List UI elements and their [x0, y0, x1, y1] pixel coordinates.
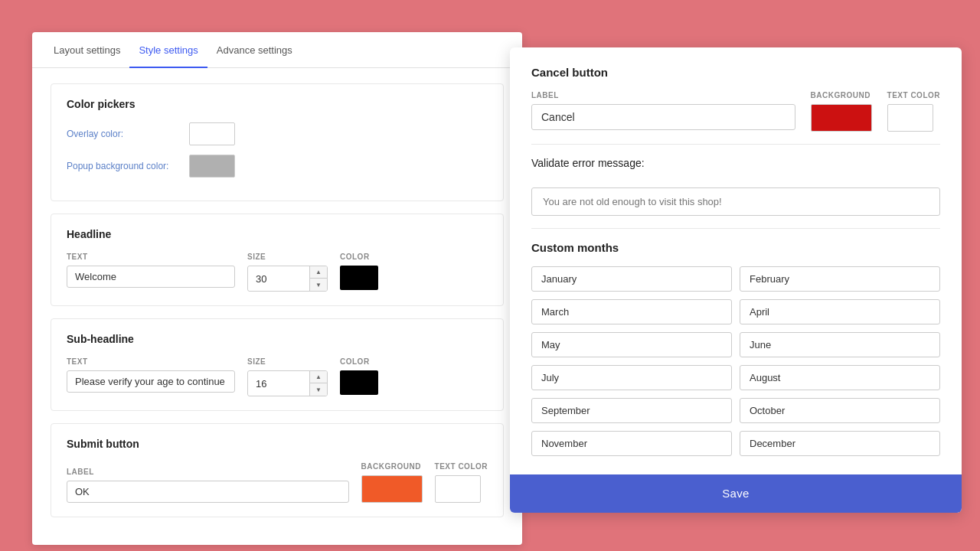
left-panel: Layout settings Style settings Advance s…: [32, 32, 522, 545]
headline-size-wrapper: ▲ ▼: [247, 266, 328, 292]
submit-button-fields: LABEL BACKGROUND TEXT COLOR: [67, 462, 488, 503]
subheadline-text-label: TEXT: [67, 357, 235, 366]
cancel-label-input[interactable]: [531, 104, 795, 130]
headline-title: Headline: [67, 228, 488, 240]
cancel-bg-col: BACKGROUND: [811, 91, 872, 132]
cancel-text-color-swatch[interactable]: [887, 104, 933, 132]
subheadline-color-swatch[interactable]: [340, 370, 378, 395]
popup-bg-label: Popup background color:: [67, 161, 189, 171]
cancel-section-title: Cancel button: [531, 66, 940, 79]
right-panel-content: Cancel button LABEL BACKGROUND TEXT COLO…: [510, 47, 962, 474]
headline-color-label: COLOR: [340, 253, 378, 261]
submit-text-color-swatch[interactable]: [435, 475, 481, 503]
validate-input[interactable]: [531, 187, 940, 216]
month-input-august[interactable]: [740, 365, 940, 390]
subheadline-fields: TEXT SIZE ▲ ▼ COLOR: [67, 357, 488, 396]
submit-button-section: Submit button LABEL BACKGROUND TEXT COLO…: [51, 423, 504, 517]
subheadline-section: Sub-headline TEXT SIZE ▲ ▼: [51, 318, 504, 411]
headline-text-label: TEXT: [67, 253, 235, 261]
cancel-text-color-col: TEXT COLOR: [887, 91, 940, 132]
cancel-label-col-label: LABEL: [531, 91, 795, 99]
month-input-october[interactable]: [740, 398, 940, 423]
color-pickers-title: Color pickers: [67, 98, 488, 110]
subheadline-size-col: SIZE ▲ ▼: [247, 357, 328, 396]
month-input-december[interactable]: [740, 431, 940, 456]
headline-text-col: TEXT: [67, 253, 235, 288]
subheadline-title: Sub-headline: [67, 333, 488, 345]
headline-size-col: SIZE ▲ ▼: [247, 253, 328, 292]
headline-size-label: SIZE: [247, 253, 328, 261]
cancel-bg-swatch[interactable]: [811, 104, 872, 132]
submit-text-color-label: TEXT COLOR: [435, 462, 488, 471]
color-pickers-section: Color pickers Overlay color: Popup backg…: [51, 83, 504, 201]
month-input-march[interactable]: [531, 299, 732, 324]
cancel-bg-col-label: BACKGROUND: [811, 91, 872, 99]
validate-label: Validate error message:: [531, 157, 940, 169]
submit-button-title: Submit button: [67, 438, 488, 450]
right-panel: Cancel button LABEL BACKGROUND TEXT COLO…: [510, 47, 962, 513]
headline-size-input[interactable]: [248, 266, 309, 291]
headline-fields: TEXT SIZE ▲ ▼ COLOR: [67, 253, 488, 292]
custom-months-title: Custom months: [531, 241, 940, 254]
month-input-january[interactable]: [531, 266, 732, 292]
cancel-button-section: Cancel button LABEL BACKGROUND TEXT COLO…: [531, 66, 940, 132]
tab-style[interactable]: Style settings: [129, 32, 207, 68]
month-input-september[interactable]: [531, 398, 732, 423]
months-grid: [531, 266, 940, 456]
headline-color-col: COLOR: [340, 253, 378, 290]
subheadline-size-wrapper: ▲ ▼: [247, 370, 328, 396]
divider-2: [531, 228, 940, 229]
tabs-bar: Layout settings Style settings Advance s…: [32, 32, 522, 68]
overlay-color-row: Overlay color:: [67, 122, 488, 145]
headline-section: Headline TEXT SIZE ▲ ▼: [51, 214, 504, 306]
month-input-april[interactable]: [740, 299, 940, 324]
overlay-label: Overlay color:: [67, 129, 189, 139]
headline-size-up[interactable]: ▲: [310, 266, 327, 279]
submit-text-color-col: TEXT COLOR: [435, 462, 488, 503]
submit-label-col-label: LABEL: [67, 468, 349, 476]
cancel-label-col: LABEL: [531, 91, 795, 130]
subheadline-color-label: COLOR: [340, 357, 378, 366]
submit-bg-col: BACKGROUND: [361, 462, 423, 503]
month-input-may[interactable]: [531, 332, 732, 357]
subheadline-size-up[interactable]: ▲: [310, 371, 327, 383]
save-button[interactable]: Save: [522, 487, 949, 500]
subheadline-spin-buttons: ▲ ▼: [309, 371, 327, 396]
cancel-text-color-label: TEXT COLOR: [887, 91, 940, 99]
submit-label-col: LABEL: [67, 468, 349, 503]
submit-label-input[interactable]: [67, 481, 349, 503]
custom-months-section: Custom months: [531, 241, 940, 456]
month-input-june[interactable]: [740, 332, 940, 357]
popup-bg-color-swatch[interactable]: [189, 155, 235, 178]
subheadline-color-col: COLOR: [340, 357, 378, 395]
month-input-november[interactable]: [531, 431, 732, 456]
tab-advance[interactable]: Advance settings: [207, 32, 302, 68]
validate-error-section: Validate error message:: [531, 157, 940, 216]
headline-text-input[interactable]: [67, 266, 235, 288]
save-bar: Save: [510, 474, 962, 513]
subheadline-size-label: SIZE: [247, 357, 328, 366]
submit-bg-col-label: BACKGROUND: [361, 462, 423, 471]
cancel-fields-row: LABEL BACKGROUND TEXT COLOR: [531, 91, 940, 132]
divider-1: [531, 144, 940, 145]
headline-color-swatch[interactable]: [340, 266, 378, 290]
month-input-february[interactable]: [740, 266, 940, 292]
subheadline-size-down[interactable]: ▼: [310, 383, 327, 396]
submit-bg-swatch[interactable]: [361, 475, 423, 503]
headline-size-down[interactable]: ▼: [310, 279, 327, 291]
subheadline-text-col: TEXT: [67, 357, 235, 393]
popup-bg-color-row: Popup background color:: [67, 155, 488, 178]
month-input-july[interactable]: [531, 365, 732, 390]
overlay-color-swatch[interactable]: [189, 122, 235, 145]
subheadline-text-input[interactable]: [67, 370, 235, 393]
panel-content: Color pickers Overlay color: Popup backg…: [32, 68, 522, 545]
subheadline-size-input[interactable]: [248, 371, 309, 396]
headline-spin-buttons: ▲ ▼: [309, 266, 327, 291]
tab-layout[interactable]: Layout settings: [44, 32, 129, 68]
